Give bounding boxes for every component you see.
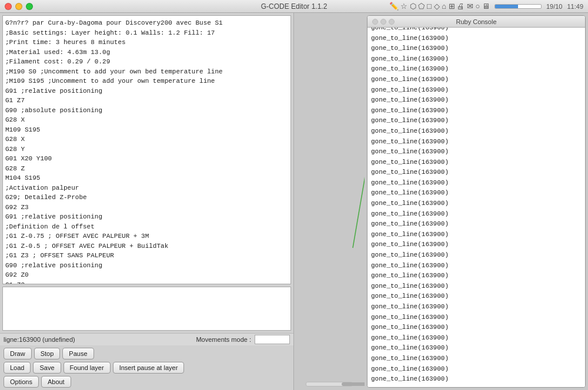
movements-mode: Movements mode : [196, 335, 290, 344]
console-line: gone_to_line(163900) [371, 75, 582, 85]
console-line: gone_to_line(163900) [371, 188, 582, 199]
code-line: ;Basic settings: Layer height: 0.1 Walls… [5, 28, 288, 38]
code-line: ;Definition de l offset [5, 222, 288, 232]
code-line: M109 S195 [5, 125, 288, 135]
close-button[interactable] [5, 3, 12, 10]
console-line: gone_to_line(163900) [371, 302, 582, 312]
console-line: gone_to_line(163900) [371, 33, 582, 44]
left-panel: G?n?r? par Cura-by-Dagoma pour Discovery… [0, 13, 294, 390]
code-line: ;Filament cost: 0.29 / 0.29 [5, 57, 288, 67]
code-editor[interactable]: G?n?r? par Cura-by-Dagoma pour Discovery… [2, 15, 291, 284]
h-scrollbar[interactable] [306, 382, 353, 386]
console-line: gone_to_line(163900) [371, 116, 582, 126]
pause-button[interactable]: Pause [62, 348, 93, 359]
code-line: G28 Y [5, 144, 288, 154]
canvas-svg [294, 13, 365, 390]
console-line: gone_to_line(163900) [371, 85, 582, 96]
code-line: ;M109 S195 ;Uncomment to add your own te… [5, 76, 288, 86]
minimize-button[interactable] [15, 3, 22, 10]
movements-label: Movements mode : [196, 336, 251, 343]
code-line: G29; Detailed Z-Probe [5, 193, 288, 203]
console-line: gone_to_line(163900) [371, 312, 582, 323]
console-line: gone_to_line(163900) [371, 157, 582, 168]
about-button[interactable]: About [41, 376, 71, 388]
code-line: G28 Z [5, 164, 288, 174]
movements-input[interactable] [255, 335, 290, 344]
console-line: gone_to_line(163900) [371, 199, 582, 209]
console-line: gone_to_line(163900) [371, 106, 582, 116]
console-line: gone_to_line(163900) [371, 54, 582, 65]
console-line: gone_to_line(163900) [371, 64, 582, 75]
console-line: gone_to_line(163900) [371, 95, 582, 106]
code-line: ;G1 Z3 ; OFFSET SANS PALPEUR [5, 251, 288, 261]
code-line: ;G1 Z-0.75 ; OFFSET AVEC PALPEUR + 3M [5, 231, 288, 241]
save-button[interactable]: Save [33, 362, 61, 374]
progress-fill [495, 5, 518, 8]
console-line: gone_to_line(163900) [371, 178, 582, 189]
console-line: gone_to_line(163900) [371, 250, 582, 261]
console-title-bar: Ruby Console [368, 16, 585, 28]
console-line: gone_to_line(163900) [371, 167, 582, 178]
console-line: gone_to_line(163900) [371, 261, 582, 271]
console-line: gone_to_line(163900) [371, 291, 582, 302]
h-scrollbar-thumb[interactable] [342, 382, 365, 386]
console-dot-3 [389, 19, 395, 25]
code-line: ;M190 S0 ;Uncomment to add your own bed … [5, 67, 288, 77]
stop-button[interactable]: Stop [34, 348, 61, 359]
svg-line-0 [353, 42, 365, 248]
code-line: G91 ;relative positioning [5, 212, 288, 222]
code-line: ;Activation palpeur [5, 183, 288, 193]
console-line: gone_to_line(163900) [371, 354, 582, 364]
button-row-3: Options About [4, 376, 290, 388]
buttons-area: Draw Stop Pause Load Save Found layer In… [0, 345, 293, 390]
console-line: gone_to_line(163900) [371, 364, 582, 375]
code-line: G28 X [5, 115, 288, 125]
console-content[interactable]: startloadgone_to_line(163900)gone_to_lin… [368, 28, 585, 387]
console-line: gone_to_line(163900) [371, 126, 582, 137]
code-line: ;Material used: 4.63m 13.0g [5, 48, 288, 58]
title-bar: G-CODE Editor 1.1.2 ✏️ ☆ ⬡ ⬠ □ ◇ ⌂ ⊞ 🖨 ✉… [0, 0, 588, 13]
insert-pause-button[interactable]: Insert pause at layer [113, 362, 185, 374]
code-line: G1 Z3 [5, 280, 288, 285]
title-right-area: ✏️ ☆ ⬡ ⬠ □ ◇ ⌂ ⊞ 🖨 ✉ ○ 🖥 19/10 11:49 [389, 2, 583, 11]
code-line: ;Print time: 3 heures 8 minutes [5, 38, 288, 48]
console-line: gone_to_line(163900) [371, 322, 582, 333]
code-line: G92 Z3 [5, 203, 288, 213]
code-line: G90 ;absolute positioning [5, 106, 288, 116]
console-line: gone_to_line(163900) [371, 43, 582, 54]
console-line: gone_to_line(163900) [371, 281, 582, 292]
app-title: G-CODE Editor 1.1.2 [261, 2, 328, 11]
ruby-console: Ruby Console startloadgone_to_line(16390… [367, 15, 586, 388]
console-dot-1 [372, 19, 378, 25]
console-dot-2 [380, 19, 386, 25]
options-button[interactable]: Options [4, 376, 39, 388]
console-title: Ruby Console [456, 18, 496, 25]
progress-label: 19/10 [546, 3, 563, 10]
button-row-1: Draw Stop Pause [4, 348, 290, 359]
code-line: G92 Z0 [5, 270, 288, 280]
status-bar: ligne:163900 (undefined) Movements mode … [0, 333, 293, 345]
load-button[interactable]: Load [4, 362, 31, 374]
right-panel: Ruby Console startloadgone_to_line(16390… [365, 13, 588, 390]
found-layer-button[interactable]: Found layer [64, 362, 111, 374]
window-controls[interactable] [5, 3, 33, 10]
draw-button[interactable]: Draw [4, 348, 32, 359]
console-line: gone_to_line(163900) [371, 271, 582, 281]
console-line: gone_to_line(163900) [371, 343, 582, 354]
console-dots [372, 19, 395, 25]
code-line: G28 X [5, 135, 288, 144]
toolbar-icons: ✏️ ☆ ⬡ ⬠ □ ◇ ⌂ ⊞ 🖨 ✉ ○ 🖥 [389, 2, 490, 11]
code-line: G91 ;relative positioning [5, 86, 288, 96]
console-line: gone_to_line(163900) [371, 28, 582, 33]
button-row-2: Load Save Found layer Insert pause at la… [4, 362, 290, 374]
console-line: gone_to_line(163900) [371, 147, 582, 157]
console-line: gone_to_line(163900) [371, 374, 582, 385]
maximize-button[interactable] [26, 3, 33, 10]
console-line: gone_to_line(163900) [371, 333, 582, 344]
code-line: G01 X20 Y100 [5, 154, 288, 164]
console-line: gone_to_line(163900) [371, 137, 582, 147]
clock: 11:49 [567, 3, 583, 10]
console-line: gone_to_line(163900) [371, 219, 582, 230]
code-line: G?n?r? par Cura-by-Dagoma pour Discovery… [5, 18, 288, 28]
preview-area [2, 287, 291, 331]
